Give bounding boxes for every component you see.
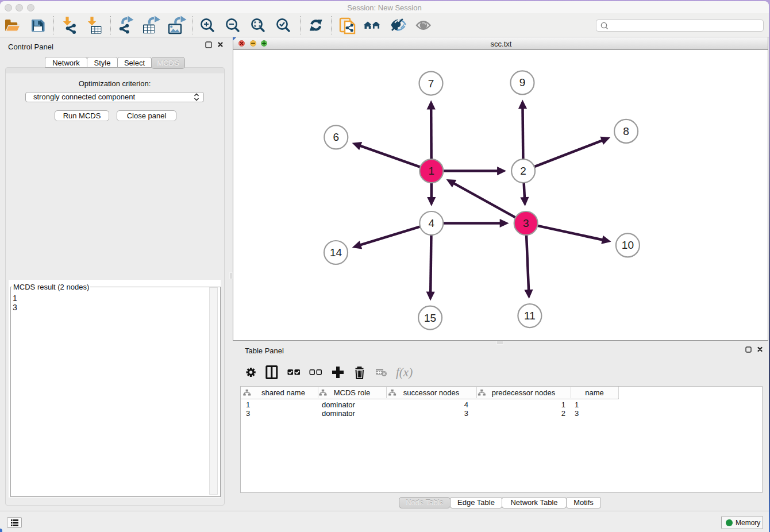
svg-text:11: 11 [524,310,536,322]
svg-text:9: 9 [519,76,526,88]
svg-text:4: 4 [429,217,435,229]
svg-text:7: 7 [428,78,434,90]
svg-text:14: 14 [330,246,342,259]
svg-text:10: 10 [622,239,634,251]
svg-text:6: 6 [333,131,340,143]
svg-text:15: 15 [424,312,436,324]
svg-text:3: 3 [523,217,529,229]
svg-text:8: 8 [623,125,629,137]
svg-text:1: 1 [429,165,435,177]
svg-text:f(x): f(x) [396,365,413,379]
svg-text:2: 2 [520,165,526,177]
